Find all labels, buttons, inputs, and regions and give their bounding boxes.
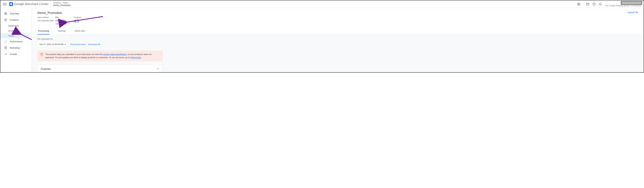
mail-icon[interactable] (586, 2, 590, 6)
sidebar-item-products[interactable]: Products (0, 17, 32, 23)
page-title: Demo_Promotion (38, 11, 628, 15)
help-icon[interactable] (592, 2, 596, 6)
svg-rect-7 (6, 14, 7, 15)
sidebar-item-diagnostics[interactable]: Diagnostics (0, 23, 32, 28)
chevron-down-icon (156, 67, 159, 71)
svg-rect-6 (4, 14, 6, 15)
breadcrumb[interactable]: Products › Feeds › (53, 2, 70, 4)
chevron-down-icon: ▾ (65, 43, 66, 46)
last-uploaded-label: Last uploaded date: (38, 20, 55, 22)
products-icon (4, 18, 7, 22)
svg-rect-4 (4, 12, 6, 13)
gear-icon[interactable] (577, 2, 580, 6)
last-uploaded-time: 11:05:28 AM (56, 23, 66, 25)
sidebar-item-performance[interactable]: Performance (0, 38, 32, 45)
overview-icon (4, 12, 7, 15)
reprocess-feed-button[interactable]: Re-process feed (70, 41, 86, 48)
marketing-icon (4, 46, 7, 50)
sidebar-item-all-products[interactable]: All products (0, 28, 32, 33)
app-logo[interactable]: Google Merchant Center (9, 2, 49, 6)
breadcrumb-current: Demo_Promotion (53, 4, 70, 6)
input-method-value: File (55, 16, 58, 18)
download-file-button[interactable]: Download file (88, 41, 100, 48)
growth-icon (4, 53, 7, 56)
properties-panel[interactable]: Properties (38, 64, 162, 72)
diagnostics-link[interactable]: Diagnostics (130, 56, 141, 59)
sidebar-item-marketing[interactable]: Marketing (0, 45, 32, 51)
product-data-spec-link[interactable]: product data specification (103, 53, 126, 56)
sidebar-item-overview[interactable]: Overview (0, 10, 32, 17)
tab-processing[interactable]: Processing (38, 30, 50, 34)
svg-rect-5 (6, 12, 7, 13)
upload-file-button[interactable]: Upload file (628, 11, 638, 14)
products-label: Products (74, 16, 81, 18)
tab-settings[interactable]: Settings (57, 30, 66, 34)
upload-date-dropdown[interactable]: Oct 27, 2021 11:05:28 AM ▾ (38, 41, 68, 48)
merchant-center-icon (9, 2, 13, 6)
last-uploaded-date: Oct 27, 2021 (55, 20, 66, 22)
input-method-label: Input method: (38, 16, 55, 18)
bell-icon[interactable] (598, 2, 602, 6)
sidebar-item-feeds[interactable]: Feeds (0, 33, 30, 38)
menu-button[interactable] (3, 2, 7, 6)
sidebar: Overview Products Diagnostics All produc… (0, 8, 32, 72)
error-alert: The product data you submitted in your f… (38, 50, 162, 61)
sidebar-item-growth[interactable]: Growth (0, 51, 32, 58)
svg-rect-8 (4, 19, 7, 21)
svg-point-0 (578, 4, 579, 4)
tab-feed-rules[interactable]: Feed rules (74, 30, 86, 34)
app-name: Google Merchant Center (14, 2, 49, 6)
products-count: 45 (74, 18, 81, 24)
account-switcher[interactable]: CSS: Google Shopping (google.com/shoppin… (605, 2, 641, 6)
file-uploaded-label: File uploaded on: (38, 38, 68, 40)
error-icon (40, 53, 43, 59)
performance-icon (4, 40, 7, 43)
